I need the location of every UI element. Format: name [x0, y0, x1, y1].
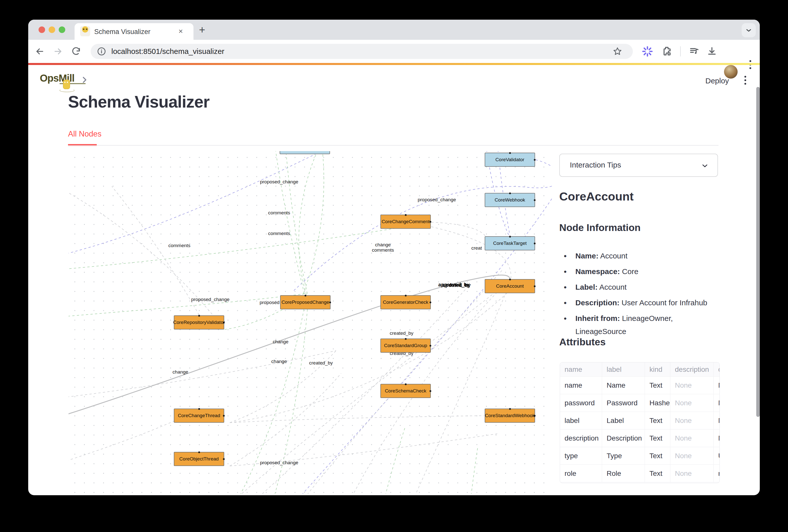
- attr-cell: HashedPassword: [645, 394, 670, 412]
- attr-cell: None: [670, 447, 714, 465]
- window-zoom-button[interactable]: [59, 26, 65, 33]
- attributes-heading: Attributes: [559, 337, 606, 348]
- graph-node-coretasktarget[interactable]: CoreTaskTarget: [485, 236, 535, 250]
- attr-cell: role: [560, 465, 602, 482]
- attr-cell: Description: [602, 430, 645, 447]
- edge-label: comments: [168, 243, 191, 248]
- attr-cell: Type: [602, 447, 645, 465]
- attr-cell: N: [714, 412, 720, 430]
- graph-node-coregeneratorcheck[interactable]: CoreGeneratorCheck: [380, 295, 431, 309]
- graph-node-coreproposedchange[interactable]: CoreProposedChange: [280, 295, 331, 309]
- edge-label: change: [273, 339, 289, 344]
- attr-cell: U: [714, 447, 720, 465]
- edge-label: comments: [268, 231, 290, 236]
- reload-icon[interactable]: [71, 46, 81, 56]
- extension-burst-icon[interactable]: [642, 45, 653, 57]
- node-information-list: Name: AccountNamespace: CoreLabel: Accou…: [561, 249, 712, 340]
- graph-node-corechangecomment[interactable]: CoreChangeComment: [380, 215, 431, 229]
- opsmill-logo-swirl: [59, 89, 75, 92]
- edge-label: change comments: [372, 242, 394, 253]
- graph-node-corestandardwebhook[interactable]: CoreStandardWebhook: [485, 409, 535, 423]
- attr-cell: None: [670, 465, 714, 482]
- forward-icon[interactable]: [53, 46, 63, 56]
- node-info-item: Description: User Account for Infrahub: [561, 296, 712, 309]
- browser-toolbar: localhost:8501/schema_visualizer: [28, 40, 760, 63]
- attr-cell: Label: [602, 412, 645, 430]
- graph-node-coreobjectthread[interactable]: CoreObjectThread: [174, 452, 224, 466]
- attr-cell: Text: [645, 430, 670, 447]
- graph-node-coreaccount[interactable]: CoreAccount: [485, 279, 535, 293]
- edge-label: creat: [471, 245, 482, 251]
- window-close-button[interactable]: [39, 26, 45, 33]
- media-playlist-icon[interactable]: [689, 46, 700, 57]
- attr-col-header: kind: [645, 362, 670, 377]
- chevron-down-icon: [701, 162, 709, 170]
- tab-favicon-icon: [80, 26, 90, 36]
- edge-label: updated_by: [442, 283, 471, 288]
- toolbar-separator: [680, 46, 681, 56]
- attr-cell: None: [670, 394, 714, 412]
- attr-col-header: label: [602, 362, 645, 377]
- page-scrollbar[interactable]: [756, 87, 760, 417]
- node-information-heading: Node Information: [559, 222, 641, 233]
- url-bar[interactable]: localhost:8501/schema_visualizer: [91, 44, 633, 59]
- edge-label: created_by: [309, 360, 333, 366]
- attr-cell: name: [560, 377, 602, 394]
- streamlit-menu-icon[interactable]: [740, 74, 751, 87]
- back-icon[interactable]: [35, 46, 45, 56]
- extensions-puzzle-icon[interactable]: [661, 45, 673, 57]
- attr-cell: Text: [645, 447, 670, 465]
- edge-label: comments: [268, 210, 290, 215]
- graph-node-corerepositoryvalidator[interactable]: CoreRepositoryValidator: [174, 315, 224, 330]
- url-text: localhost:8501/schema_visualizer: [111, 47, 224, 56]
- node-info-item: Namespace: Core: [561, 265, 712, 278]
- page-title: Schema Visualizer: [68, 92, 209, 111]
- node-info-item: Inherit from: LineageOwner, LineageSourc…: [561, 312, 712, 338]
- tab-search-chevron-button[interactable]: [742, 23, 756, 37]
- edge-label: proposed_change: [260, 460, 298, 465]
- deploy-button[interactable]: Deploy: [705, 77, 729, 85]
- graph-edges: [68, 151, 552, 494]
- attr-col-header: name: [560, 362, 602, 377]
- attr-cell: r: [714, 465, 720, 482]
- edge-label: created_by: [390, 331, 413, 336]
- graph-node-corevalidator[interactable]: CoreValidator: [485, 153, 535, 167]
- tab-all-nodes[interactable]: All Nodes: [68, 130, 101, 139]
- streamlit-decoration-bar: [28, 63, 760, 65]
- attr-cell: None: [670, 430, 714, 447]
- graph-node-corewebhook[interactable]: CoreWebhook: [485, 193, 535, 207]
- opsmill-logo: OpsMill: [40, 73, 98, 90]
- tab-strip: Schema Visualizer × +: [28, 20, 760, 40]
- graph-node-corestandardgroup[interactable]: CoreStandardGroup: [380, 338, 431, 353]
- download-icon[interactable]: [706, 46, 717, 57]
- node-info-item: Label: Account: [561, 281, 712, 294]
- attr-cell: Text: [645, 412, 670, 430]
- attr-cell: None: [670, 377, 714, 394]
- sidebar-expand-chevron-icon[interactable]: [80, 76, 89, 84]
- attr-cell: N: [714, 377, 720, 394]
- site-info-icon[interactable]: [97, 46, 106, 56]
- graph-node-partial[interactable]: [280, 151, 330, 154]
- attr-col-header: c: [714, 362, 720, 377]
- node-info-item: Name: Account: [561, 249, 712, 262]
- schema-graph-canvas[interactable]: proposed_changecommentscommentscommentsp…: [68, 151, 552, 494]
- browser-tab[interactable]: Schema Visualizer ×: [75, 23, 194, 40]
- window-minimize-button[interactable]: [48, 26, 55, 33]
- edge-label: proposed_change: [418, 197, 456, 202]
- graph-node-coreschemacheck[interactable]: CoreSchemaCheck: [380, 384, 431, 398]
- selected-node-heading: CoreAccount: [559, 190, 634, 203]
- attr-cell: password: [560, 394, 602, 412]
- graph-node-corechangethread[interactable]: CoreChangeThread: [174, 409, 224, 423]
- attributes-table[interactable]: namelabelkinddescriptioncnameNameTextNon…: [560, 362, 720, 483]
- attr-cell: N: [714, 430, 720, 447]
- attr-cell: Text: [645, 465, 670, 482]
- edge-label: change: [271, 359, 287, 364]
- edge-label: proposed_change: [260, 179, 298, 184]
- tab-close-icon[interactable]: ×: [178, 27, 183, 36]
- tabs-divider: [68, 145, 718, 145]
- edge-label: change: [173, 369, 188, 375]
- bookmark-star-icon[interactable]: [613, 46, 622, 56]
- interaction-tips-expander[interactable]: Interaction Tips: [559, 154, 718, 177]
- new-tab-button[interactable]: +: [199, 25, 205, 35]
- chevron-down-icon: [745, 26, 752, 34]
